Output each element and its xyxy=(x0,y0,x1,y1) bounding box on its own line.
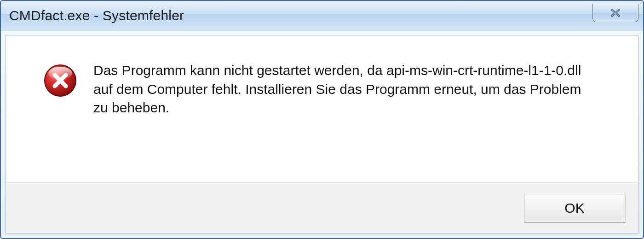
titlebar: CMDfact.exe - Systemfehler xyxy=(1,1,643,30)
window-title: CMDfact.exe - Systemfehler xyxy=(9,8,184,23)
button-row: OK xyxy=(6,182,638,233)
client-area: Das Programm kann nicht gestartet werden… xyxy=(6,35,638,233)
close-button[interactable] xyxy=(592,4,638,22)
dialog-window: CMDfact.exe - Systemfehler xyxy=(0,0,644,239)
content-area: Das Programm kann nicht gestartet werden… xyxy=(6,35,638,182)
error-message: Das Programm kann nicht gestartet werden… xyxy=(93,61,590,117)
error-icon xyxy=(43,63,78,98)
ok-button-label: OK xyxy=(564,200,584,216)
ok-button[interactable]: OK xyxy=(524,194,625,222)
close-icon xyxy=(608,8,623,17)
